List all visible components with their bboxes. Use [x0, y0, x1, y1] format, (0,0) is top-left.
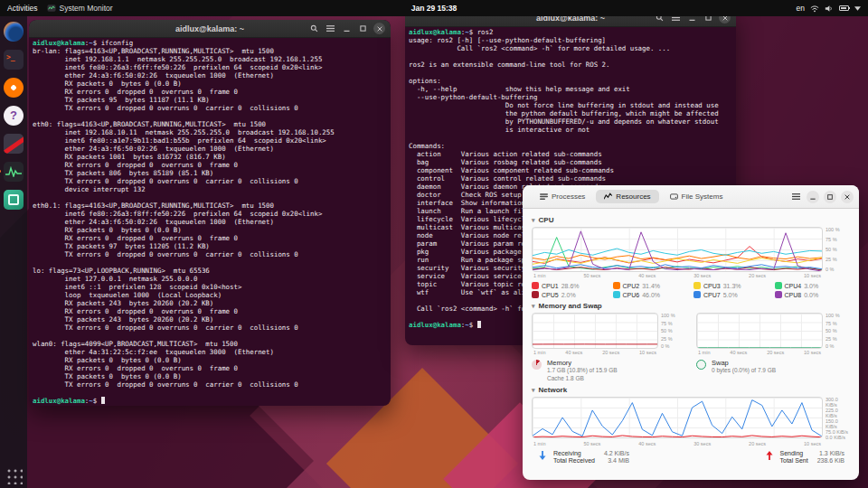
swap-history-chart [696, 313, 823, 349]
cpu-legend-item[interactable]: CPU331.3% [693, 282, 769, 289]
close-button[interactable] [373, 23, 385, 34]
terminal-line: eth0: flags=4163<UP,BROADCAST,RUNNING,MU… [33, 120, 387, 128]
memory-section-header[interactable]: ▾ Memory and Swap [532, 302, 850, 310]
memory-usage-value: 1.7 GB (10.8%) of 15.9 GB [547, 367, 618, 375]
axis-label: 10 secs [804, 273, 821, 278]
cpu-legend-item[interactable]: CPU128.6% [532, 282, 608, 289]
show-applications-button[interactable] [5, 466, 23, 484]
terminal-line: --use-python-default-buffering [409, 93, 732, 101]
terminal-line: device interrupt 132 [33, 185, 387, 193]
axis-label: 75 % [661, 321, 685, 326]
cpu-legend-item[interactable]: CPU43.0% [775, 282, 851, 289]
terminal-line: inet6 ::1 prefixlen 128 scopeid 0x10<hos… [33, 283, 387, 291]
axis-label: 100 % [661, 313, 685, 318]
cpu-legend-item[interactable]: CPU80.0% [775, 291, 851, 298]
system-tray[interactable]: en [797, 4, 868, 13]
resources-view: ▾ CPU 100 %75 %50 %25 %0 % 1 min50 secs4… [523, 209, 859, 469]
section-expander-icon: ▾ [532, 217, 535, 224]
close-button[interactable] [841, 191, 854, 203]
maximize-button[interactable] [357, 23, 369, 34]
terminal-line: ether 24:a3:f6:50:02:26 txqueuelen 1000 … [33, 71, 387, 80]
terminal-line [409, 134, 732, 142]
maximize-button[interactable] [824, 191, 836, 203]
terminal-line: TX errors 0 dropped 0 overruns 0 carrier… [33, 380, 387, 389]
terminal-titlebar[interactable]: aidlux@kalama: ~ [29, 20, 391, 38]
axis-label: 30 secs [693, 273, 711, 278]
network-section-title: Network [539, 386, 568, 394]
cpu-legend-item[interactable]: CPU75.0% [693, 291, 769, 298]
network-time-axis: 1 min50 secs40 secs30 secs20 secs10 secs [532, 440, 823, 446]
terminal-line: Call `ros2 <command> -h` for more detail… [409, 44, 732, 52]
terminal-line: bag Various rosbag related sub-commands [409, 158, 732, 166]
terminal-line: control Various control related sub-comm… [409, 174, 732, 183]
receiving-legend-item: Receiving 4.2 KiB/s Total Received 3.4 M… [537, 450, 629, 464]
dock-item-music-player[interactable] [4, 78, 24, 98]
focused-app-indicator[interactable]: System Monitor [47, 4, 113, 13]
cpu-legend-item[interactable]: CPU646.0% [613, 291, 689, 298]
terminal-line: RX packets 1001 bytes 816732 (816.7 KB) [33, 153, 387, 161]
menu-button[interactable] [325, 23, 336, 34]
axis-label: 100 % [826, 227, 850, 232]
axis-label: 225.0 KiB/s [826, 408, 850, 418]
terminal-line: TX packets 806 bytes 85189 (85.1 KB) [33, 169, 387, 177]
terminal-line: aidlux@kalama:~$ [33, 397, 387, 405]
axis-label: 10 secs [804, 441, 821, 446]
terminal-line: aidlux@kalama:~$ ros2 [409, 28, 732, 36]
system-monitor-headerbar[interactable]: Processes Resources File Systems [523, 185, 859, 209]
terminal-line: TX errors 0 dropped 0 overruns 0 carrier… [33, 250, 387, 258]
minimize-icon [809, 193, 816, 201]
axis-label: 40 secs [565, 350, 582, 355]
network-section-header[interactable]: ▾ Network [532, 386, 850, 394]
dock-item-firefox[interactable] [4, 22, 24, 42]
dock-item-help[interactable]: ? [4, 106, 24, 126]
axis-label: 150.0 KiB/s [826, 418, 850, 429]
sending-label: Sending [780, 450, 808, 456]
terminal-line: TX errors 0 dropped 0 overruns 0 carrier… [33, 324, 387, 332]
terminal-line: usage: ros2 [-h] [--use-python-default-b… [409, 36, 732, 44]
cpu-section-header[interactable]: ▾ CPU [532, 216, 850, 224]
receiving-label: Receiving [553, 450, 595, 456]
total-sent-label: Total Sent [780, 457, 808, 464]
system-monitor-window: Processes Resources File Systems [523, 185, 859, 480]
terminal-line: RX packets 243 bytes 20260 (20.2 KB) [33, 299, 387, 307]
axis-label: 20 secs [749, 441, 766, 446]
dock-item-software-center[interactable] [4, 190, 24, 210]
axis-label: 300.0 KiB/s [826, 397, 850, 408]
cpu-legend-value: 28.6% [561, 283, 580, 289]
axis-label: 1 min [533, 441, 545, 446]
network-y-axis: 300.0 KiB/s225.0 KiB/s150.0 KiB/s75.0 Ki… [823, 397, 850, 440]
terminal-icon [4, 50, 24, 70]
axis-label: 50 % [661, 328, 685, 333]
terminal-line [33, 258, 387, 267]
tab-processes[interactable]: Processes [532, 190, 593, 203]
axis-label: 25 % [661, 336, 685, 342]
dock-item-terminal[interactable] [4, 50, 24, 70]
search-button[interactable] [308, 23, 320, 34]
axis-label: 0.0 KiB/s [826, 435, 850, 440]
volume-icon [825, 5, 834, 13]
cpu-legend-value: 0.0% [804, 292, 818, 298]
firefox-icon [4, 22, 24, 42]
terminal-line: TX errors 0 dropped 0 overruns 0 carrier… [33, 177, 387, 185]
dock-item-text-editor[interactable] [4, 134, 24, 154]
tab-resources[interactable]: Resources [596, 190, 658, 203]
cpu-section-title: CPU [539, 216, 554, 224]
sending-legend-item: Sending 1.3 KiB/s Total Sent 238.6 KiB [764, 450, 845, 464]
minimize-button[interactable] [807, 191, 819, 203]
activities-button[interactable]: Activities [7, 4, 38, 13]
terminal-line [33, 112, 387, 120]
cpu-y-axis: 100 %75 %50 %25 %0 % [823, 227, 850, 272]
terminal-line: ether 24:a3:f6:50:02:26 txqueuelen 1000 … [33, 145, 387, 153]
tab-file-systems[interactable]: File Systems [662, 190, 731, 203]
terminal-output-ifconfig[interactable]: aidlux@kalama:~$ ifconfigbr-lan: flags=4… [29, 38, 391, 406]
cpu-legend-item[interactable]: CPU231.4% [613, 282, 689, 289]
cpu-legend-item[interactable]: CPU52.0% [532, 291, 608, 298]
processes-icon [540, 192, 548, 201]
clock[interactable]: Jan 29 15:38 [411, 4, 458, 13]
hamburger-icon [792, 192, 800, 201]
dock-item-system-monitor[interactable] [4, 162, 24, 182]
minimize-button[interactable] [341, 23, 353, 34]
menu-button[interactable] [789, 191, 802, 203]
swap-usage-pie-icon [696, 360, 706, 370]
terminal-line: aidlux@kalama:~$ ifconfig [33, 39, 387, 47]
